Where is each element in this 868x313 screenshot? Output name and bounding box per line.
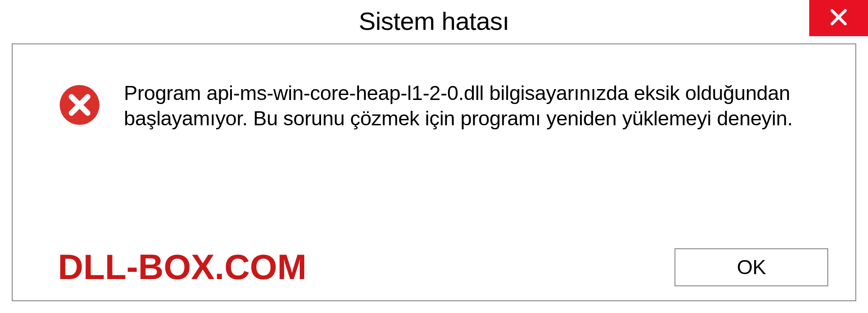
message-row: Program api-ms-win-core-heap-l1-2-0.dll … (13, 44, 855, 132)
dialog-message: Program api-ms-win-core-heap-l1-2-0.dll … (124, 81, 820, 132)
ok-button[interactable]: OK (675, 248, 828, 286)
titlebar: Sistem hatası (0, 0, 868, 42)
close-button[interactable] (809, 0, 868, 36)
watermark-text: DLL-BOX.COM (58, 247, 307, 288)
dialog-content: Program api-ms-win-core-heap-l1-2-0.dll … (12, 43, 856, 301)
dialog-footer: DLL-BOX.COM OK (13, 247, 855, 288)
dialog-title: Sistem hatası (359, 6, 509, 36)
close-icon (829, 7, 849, 29)
error-icon (58, 83, 101, 128)
